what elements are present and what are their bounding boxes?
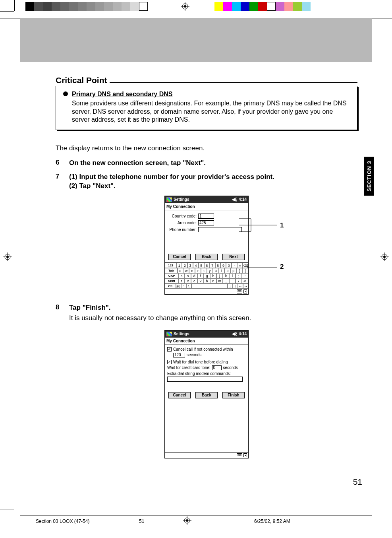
ppc-clock: 4:14 [239,332,247,336]
up-arrow-icon[interactable]: ▴ [243,289,247,293]
bullet-dot-icon [63,91,68,96]
speaker-icon: ◀ξ [232,197,237,202]
step-7: 7 (1) Input the telephone number for you… [56,173,357,191]
step-8-title: Tap "Finish". [69,303,251,313]
wait-dial-tone-label: Wait for dial tone before dialing [173,360,228,364]
area-code-input[interactable]: 425 [198,220,214,225]
critical-point-box: Primary DNS and secondary DNS Some provi… [56,86,357,130]
critical-point-bullet: Primary DNS and secondary DNS Some provi… [63,90,350,124]
critical-point-bullet-body: Some providers use different designation… [72,99,350,124]
critical-point-heading-row: Critical Point [56,76,357,86]
ppc-bottom-bar: ⌨ ▴ [165,453,248,458]
cancel-call-checkbox[interactable]: ✓ [167,347,172,352]
step-number: 6 [56,159,69,168]
page-content: Critical Point Primary DNS and secondary… [56,76,357,467]
ppc-subtitle: My Connection [165,338,248,345]
step-text: On the new connection screen, tap "Next"… [69,159,206,168]
cancel-call-seconds-input[interactable]: 120 [173,353,185,357]
wait-credit-seconds-input[interactable]: 0 [212,365,222,370]
callout-line-1 [239,212,283,247]
back-button[interactable]: Back [195,392,218,398]
step-8: 8 Tap "Finish". It is usually not necess… [56,303,357,322]
ppc-title-text: Settings [174,332,189,336]
figure-2: Settings ◀ξ 4:14 My Connection ✓ Cancel … [56,330,357,458]
area-code-label: Area code: [167,221,198,225]
soft-keyboard[interactable]: 1231234567890-=⌫ Tabqwertyuiop[] CAPasdf… [165,262,248,289]
step-7-line-1: (1) Input the telephone number for your … [69,173,274,182]
ppc-titlebar: Settings ◀ξ 4:14 [165,330,248,338]
back-button[interactable]: Back [195,254,218,260]
ppc-body: Country code: 1 Area code: 425 Phone num… [165,210,248,252]
step-number: 7 [56,173,69,191]
phone-number-input[interactable] [198,227,242,232]
ppc-title-text: Settings [174,197,189,202]
critical-point-heading: Critical Point [56,76,107,85]
footer-page: 51 [139,519,144,524]
registration-mark-icon [380,252,389,261]
keyboard-toggle-icon[interactable]: ⌨ [237,453,242,457]
section-tab: SECTION 3 [364,157,374,196]
extra-dial-string-label: Extra dial-string modem commands: [167,371,246,376]
footer-date: 6/25/02, 9:52 AM [254,519,290,524]
registration-mark-icon [181,2,189,11]
header-band [20,18,372,62]
seconds-label: seconds [187,353,201,357]
wait-dial-tone-checkbox[interactable]: ✓ [167,360,172,364]
start-flag-icon [166,332,172,336]
printers-color-bar-grays [25,2,148,11]
keyboard-toggle-icon[interactable]: ⌨ [237,289,242,293]
registration-mark-icon [183,516,191,525]
registration-mark-icon [3,252,12,261]
up-arrow-icon[interactable]: ▴ [243,453,247,457]
callout-line-2 [247,263,291,271]
seconds-label: seconds [223,365,238,370]
section-tab-label: SECTION 3 [366,161,372,192]
pocketpc-screenshot-2: Settings ◀ξ 4:14 My Connection ✓ Cancel … [164,330,249,458]
callout-label-1: 1 [280,221,284,229]
critical-point-bullet-title: Primary DNS and secondary DNS [72,90,350,99]
country-code-input[interactable]: 1 [198,214,214,219]
country-code-label: Country code: [167,214,198,218]
step-text: (1) Input the telephone number for your … [69,173,274,191]
cancel-button[interactable]: Cancel [168,392,191,398]
wait-credit-label: Wait for credit card tone: [167,365,210,370]
footer-doc-name: Section 03 LOOX (47-54) [36,519,89,524]
phone-number-label: Phone number: [167,227,198,232]
figure-1: Settings ◀ξ 4:14 My Connection Country c… [56,196,357,295]
start-flag-icon [166,197,172,202]
ppc-blank-area [165,401,248,453]
next-button[interactable]: Next [222,254,245,260]
ppc-button-row: Cancel Back Next [165,252,248,262]
ppc-button-row: Cancel Back Finish [165,390,248,401]
page-number: 51 [353,477,362,487]
print-footer: Section 03 LOOX (47-54) 51 6/25/02, 9:52… [0,518,392,527]
body-text-returns: The display returns to the new connectio… [56,144,357,153]
cancel-call-label: Cancel call if not connected within [173,347,233,352]
ppc-subtitle: My Connection [165,203,248,210]
callout-label-2: 2 [280,263,284,271]
speaker-icon: ◀ξ [232,331,237,336]
step-7-line-2: (2) Tap "Next". [69,182,274,191]
pocketpc-screenshot-1: Settings ◀ξ 4:14 My Connection Country c… [164,196,249,295]
extra-dial-string-input[interactable] [167,377,243,382]
footer-rule [20,515,372,516]
printers-color-bar-colors [214,2,311,11]
ppc-body: ✓ Cancel call if not connected within 12… [165,345,248,390]
step-number: 8 [56,303,69,322]
heading-rule [110,82,357,83]
ppc-bottom-bar: ⌨ ▴ [165,289,248,294]
step-8-body: It is usually not necessary to change an… [69,314,251,322]
ppc-titlebar: Settings ◀ξ 4:14 [165,196,248,203]
finish-button[interactable]: Finish [222,392,245,398]
step-6: 6 On the new connection screen, tap "Nex… [56,159,357,168]
ppc-clock: 4:14 [239,197,247,202]
cancel-button[interactable]: Cancel [168,254,191,260]
